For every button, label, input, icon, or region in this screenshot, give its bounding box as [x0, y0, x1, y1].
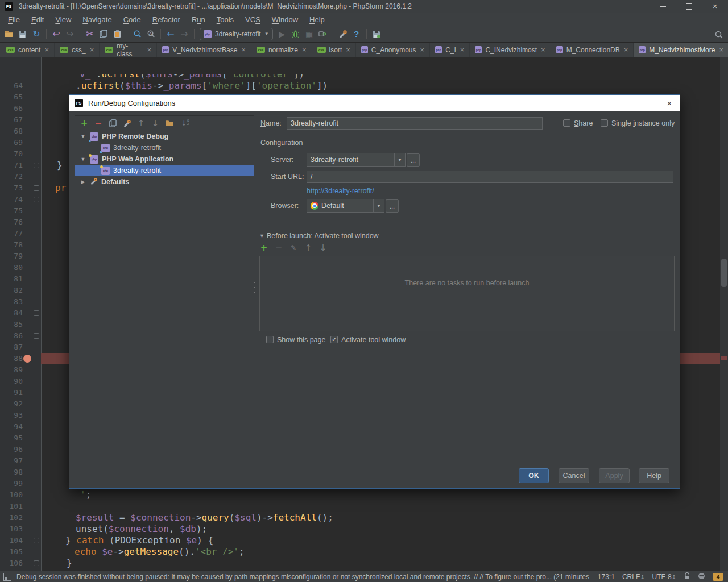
menu-tools[interactable]: Tools	[211, 14, 239, 25]
tab-my-class[interactable]: cssmy-class×	[100, 43, 157, 57]
start-url-input[interactable]: /	[307, 171, 673, 183]
code-line-106[interactable]: 106}	[0, 558, 720, 569]
remove-task-button[interactable]: −	[274, 243, 283, 252]
menu-file[interactable]: File	[2, 14, 26, 25]
panel-splitter[interactable]	[252, 282, 256, 293]
tab-normalize[interactable]: cssnormalize×	[251, 43, 312, 57]
line-number[interactable]: 71	[0, 160, 23, 171]
line-separator-selector[interactable]: CRLF↕	[622, 573, 645, 581]
edit-defaults-button[interactable]	[122, 119, 131, 128]
editor-scrollbar[interactable]	[720, 57, 728, 571]
menu-refactor[interactable]: Refactor	[147, 14, 186, 25]
tab-C_I[interactable]: phpC_I×	[430, 43, 470, 57]
restart-debugger-button[interactable]	[316, 27, 330, 41]
fold-marker-icon[interactable]	[34, 333, 39, 339]
find-button[interactable]	[130, 27, 144, 41]
edit-task-button[interactable]: ✎	[289, 243, 298, 252]
readonly-lock-button[interactable]	[684, 572, 690, 582]
menu-view[interactable]: View	[49, 14, 77, 25]
paste-button[interactable]	[110, 27, 124, 41]
activate-tool-window-label[interactable]: Activate tool window	[341, 336, 406, 344]
save-all-button[interactable]	[16, 27, 30, 41]
inspection-profile-button[interactable]	[698, 572, 705, 581]
line-number[interactable]: 91	[0, 387, 23, 398]
line-number[interactable]: 75	[0, 205, 23, 217]
config-3drealty-retrofit[interactable]: php3drealty-retrofit	[75, 165, 254, 176]
server-browse-button[interactable]: ...	[407, 153, 420, 167]
replace-button[interactable]: A	[144, 27, 158, 41]
browser-browse-button[interactable]: ...	[386, 199, 399, 213]
line-number[interactable]: 64	[0, 80, 23, 92]
apply-button[interactable]: Apply	[599, 468, 630, 483]
tab-close-icon[interactable]: ×	[302, 45, 307, 54]
single-instance-label[interactable]: Single instance only	[611, 119, 675, 127]
activate-tool-window-checkbox[interactable]: ✓	[330, 336, 338, 343]
fold-marker-icon[interactable]	[34, 310, 39, 316]
collapse-icon[interactable]: ▼	[80, 156, 86, 162]
navigate-back-button[interactable]: ←	[164, 27, 177, 41]
line-number[interactable]: 88	[0, 353, 23, 364]
cut-button[interactable]: ✂	[83, 27, 97, 41]
menu-code[interactable]: Code	[118, 14, 147, 25]
caret-position[interactable]: 173:1	[598, 573, 615, 581]
menu-navigate[interactable]: Navigate	[77, 14, 117, 25]
status-message[interactable]: Debug session was finished without being…	[16, 573, 591, 581]
line-number[interactable]: 101	[0, 501, 23, 512]
line-number[interactable]: 85	[0, 319, 23, 330]
line-number[interactable]: 103	[0, 523, 23, 535]
move-down-button[interactable]: ↓	[151, 119, 160, 128]
code-line-64[interactable]: 64.ucfirst($this->_params['where']['oper…	[0, 80, 720, 92]
line-number[interactable]: 65	[0, 92, 23, 103]
line-number[interactable]: 95	[0, 433, 23, 444]
synchronize-button[interactable]: ↻	[30, 27, 43, 41]
encoding-selector[interactable]: UTF-8↕	[652, 573, 676, 581]
code-line-104[interactable]: 104} catch (PDOException $e) {	[0, 535, 720, 546]
chevron-down-icon[interactable]: ▼	[373, 199, 384, 212]
line-number[interactable]: 67	[0, 114, 23, 126]
line-number[interactable]: 92	[0, 398, 23, 410]
dialog-titlebar[interactable]: PS Run/Debug Configurations ×	[69, 95, 680, 111]
tab-close-icon[interactable]: ×	[44, 45, 49, 54]
line-number[interactable]: 99	[0, 478, 23, 489]
share-label[interactable]: Share	[574, 119, 593, 127]
line-number[interactable]: 90	[0, 376, 23, 387]
copy-configuration-button[interactable]	[108, 119, 117, 128]
line-number[interactable]: 83	[0, 296, 23, 307]
before-launch-label[interactable]: Before launch: Activate tool window	[267, 232, 379, 240]
tab-close-icon[interactable]: ×	[460, 45, 465, 54]
menu-vcs[interactable]: VCS	[239, 14, 266, 25]
debug-button[interactable]	[289, 27, 303, 41]
maximize-button[interactable]	[676, 0, 702, 13]
line-number[interactable]: 79	[0, 251, 23, 262]
export-settings-button[interactable]	[370, 27, 383, 41]
move-task-up-button[interactable]: ↑	[304, 243, 313, 252]
line-number[interactable]: 72	[0, 171, 23, 182]
line-number[interactable]: 70	[0, 148, 23, 160]
line-number[interactable]: 100	[0, 489, 23, 501]
close-button[interactable]: ×	[702, 0, 728, 13]
sort-configurations-button[interactable]: ↓az	[179, 119, 188, 128]
line-number[interactable]: 106	[0, 558, 23, 569]
code-line-103[interactable]: 103unset($connection, $db);	[0, 523, 720, 535]
config-php-remote-debug[interactable]: ▼phpPHP Remote Debug	[75, 131, 254, 142]
tab-M_NedvizhimostMore[interactable]: phpM_NedvizhimostMore×	[634, 43, 728, 57]
toolwindow-toggle-icon[interactable]	[3, 573, 11, 581]
tab-isort[interactable]: cssisort×	[312, 43, 356, 57]
tab-css_[interactable]: csscss_×	[55, 43, 100, 57]
code-line-102[interactable]: 102$result = $connection->query($sql)->f…	[0, 512, 720, 523]
tab-close-icon[interactable]: ×	[719, 45, 723, 54]
tab-close-icon[interactable]: ×	[346, 45, 350, 54]
redo-button[interactable]: ↪	[63, 27, 77, 41]
show-this-page-label[interactable]: Show this page	[277, 336, 325, 344]
help-button[interactable]: ?	[350, 27, 363, 41]
line-number[interactable]: 105	[0, 546, 23, 558]
run-with-coverage-button[interactable]: ▦	[303, 27, 316, 41]
navigate-forward-button[interactable]: →	[177, 27, 191, 41]
menu-run[interactable]: Run	[186, 14, 211, 25]
tab-C_INedvizhimost[interactable]: phpC_INedvizhimost×	[470, 43, 551, 57]
notification-badge[interactable]: 4	[713, 573, 723, 581]
dialog-close-icon[interactable]: ×	[664, 97, 675, 109]
line-number[interactable]: 98	[0, 467, 23, 478]
share-checkbox[interactable]	[563, 119, 570, 127]
line-number[interactable]: 87	[0, 342, 23, 353]
